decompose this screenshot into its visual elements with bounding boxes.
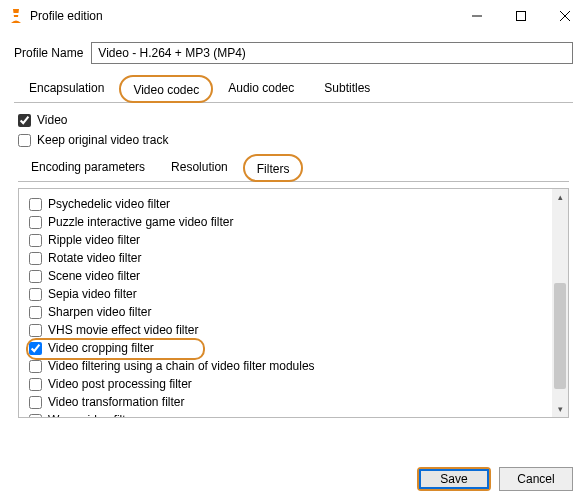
filter-label: Video filtering using a chain of video f…: [48, 359, 315, 373]
profile-name-label: Profile Name: [14, 46, 83, 60]
filter-checkbox[interactable]: [29, 234, 42, 247]
filter-checkbox[interactable]: [29, 252, 42, 265]
filter-label: Ripple video filter: [48, 233, 140, 247]
filter-item: Ripple video filter: [29, 231, 542, 249]
video-checkbox-label: Video: [37, 113, 67, 127]
save-button[interactable]: Save: [417, 467, 491, 491]
window-title: Profile edition: [30, 9, 455, 23]
svg-rect-0: [13, 13, 19, 15]
filter-label: Sharpen video filter: [48, 305, 151, 319]
tab-video-codec[interactable]: Video codec: [133, 81, 199, 99]
filter-item: Scene video filter: [29, 267, 542, 285]
sub-tabs: Encoding parameters Resolution Filters: [18, 153, 569, 182]
tab-audio-codec[interactable]: Audio codec: [213, 75, 309, 103]
filter-item: Wave video filter: [29, 411, 542, 417]
filter-item: Sharpen video filter: [29, 303, 542, 321]
tab-video-codec-highlight: Video codec: [119, 75, 213, 103]
filter-checkbox[interactable]: [29, 324, 42, 337]
filter-item: VHS movie effect video filter: [29, 321, 542, 339]
filter-checkbox[interactable]: [29, 288, 42, 301]
cancel-button[interactable]: Cancel: [499, 467, 573, 491]
filter-label: Psychedelic video filter: [48, 197, 170, 211]
filter-checkbox[interactable]: [29, 306, 42, 319]
filter-checkbox[interactable]: [29, 378, 42, 391]
filter-checkbox[interactable]: [29, 414, 42, 418]
minimize-button[interactable]: [455, 1, 499, 31]
video-checkbox[interactable]: [18, 114, 31, 127]
scroll-up-button[interactable]: ▴: [552, 189, 568, 205]
filter-checkbox[interactable]: [29, 216, 42, 229]
filter-label: VHS movie effect video filter: [48, 323, 199, 337]
filter-item: Video filtering using a chain of video f…: [29, 357, 542, 375]
profile-name-input[interactable]: [91, 42, 573, 64]
filter-item: Video transformation filter: [29, 393, 542, 411]
filter-checkbox[interactable]: [29, 270, 42, 283]
filter-label: Puzzle interactive game video filter: [48, 215, 233, 229]
app-icon: [8, 8, 24, 24]
filter-item: Video cropping filter: [29, 339, 542, 357]
keep-original-checkbox[interactable]: [18, 134, 31, 147]
filter-checkbox[interactable]: [29, 342, 42, 355]
filter-checkbox[interactable]: [29, 198, 42, 211]
filter-item: Puzzle interactive game video filter: [29, 213, 542, 231]
main-tabs: Encapsulation Video codec Audio codec Su…: [14, 74, 573, 103]
keep-original-label: Keep original video track: [37, 133, 168, 147]
filter-item: Rotate video filter: [29, 249, 542, 267]
filter-checkbox[interactable]: [29, 396, 42, 409]
filter-label: Video transformation filter: [48, 395, 185, 409]
subtab-resolution[interactable]: Resolution: [158, 154, 241, 182]
filter-label: Rotate video filter: [48, 251, 141, 265]
scroll-down-button[interactable]: ▾: [552, 401, 568, 417]
filter-item: Video post processing filter: [29, 375, 542, 393]
filter-label: Sepia video filter: [48, 287, 137, 301]
save-button-label: Save: [419, 469, 489, 489]
tab-subtitles[interactable]: Subtitles: [309, 75, 385, 103]
filter-label: Video post processing filter: [48, 377, 192, 391]
filter-label: Wave video filter: [48, 413, 136, 417]
subtab-filters-highlight: Filters: [243, 154, 304, 182]
filter-label: Video cropping filter: [48, 341, 154, 355]
scroll-track[interactable]: [552, 205, 568, 401]
scroll-thumb[interactable]: [554, 283, 566, 389]
tab-encapsulation[interactable]: Encapsulation: [14, 75, 119, 103]
filter-label: Scene video filter: [48, 269, 140, 283]
filter-listbox: Psychedelic video filterPuzzle interacti…: [18, 188, 569, 418]
subtab-filters[interactable]: Filters: [257, 160, 290, 178]
subtab-encoding[interactable]: Encoding parameters: [18, 154, 158, 182]
titlebar: Profile edition: [0, 0, 587, 32]
maximize-button[interactable]: [499, 1, 543, 31]
filter-item: Sepia video filter: [29, 285, 542, 303]
close-button[interactable]: [543, 1, 587, 31]
filter-item: Psychedelic video filter: [29, 195, 542, 213]
scrollbar[interactable]: ▴ ▾: [552, 189, 568, 417]
svg-rect-2: [517, 12, 526, 21]
filter-checkbox[interactable]: [29, 360, 42, 373]
